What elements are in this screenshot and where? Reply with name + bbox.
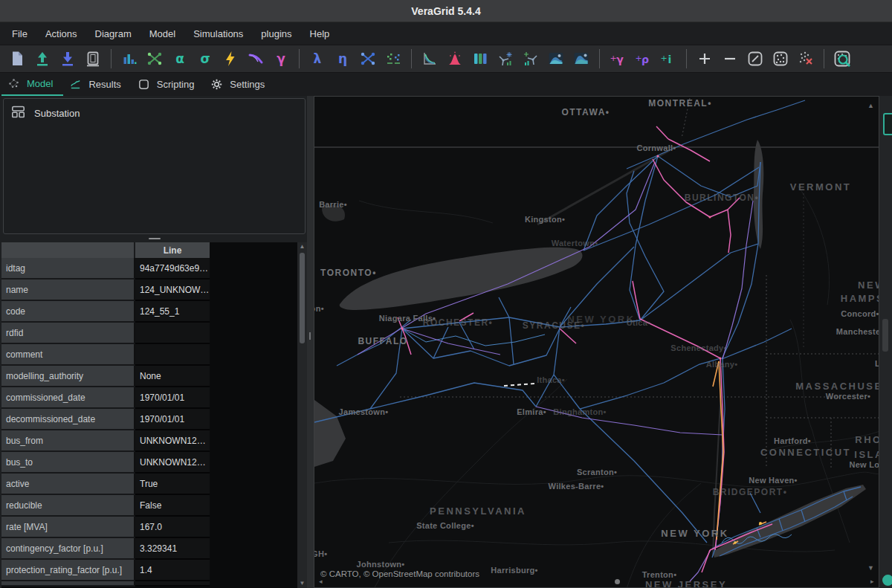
svg-text:γ: γ xyxy=(616,54,624,65)
gamma-icon[interactable]: γ xyxy=(268,48,294,70)
new-file-icon[interactable] xyxy=(4,48,30,70)
right-scroll-thumb[interactable] xyxy=(882,319,888,352)
property-table: Line idtag94a7749d63e9…name124_UNKNOW…co… xyxy=(1,242,307,588)
property-value[interactable]: None xyxy=(135,366,210,387)
menu-help[interactable]: Help xyxy=(301,25,339,42)
property-name: bus_to xyxy=(1,452,135,474)
property-row-name: name124_UNKNOW… xyxy=(1,280,211,301)
open-model-icon[interactable] xyxy=(30,48,55,70)
monitor-icon[interactable] xyxy=(80,48,106,70)
area-chart-icon[interactable] xyxy=(543,48,569,70)
sigma-icon[interactable]: σ xyxy=(193,48,218,70)
map-view[interactable]: OTTAWA•MONTREAL•Cornwall•VERMONTBURLINGT… xyxy=(314,96,879,588)
peak-chart-icon[interactable] xyxy=(442,48,468,70)
horizontal-splitter[interactable] xyxy=(1,234,307,242)
bar-chart-icon[interactable] xyxy=(117,48,142,70)
vertical-splitter[interactable] xyxy=(307,96,314,588)
property-name: bus_from xyxy=(1,430,135,452)
tab-model[interactable]: Model xyxy=(1,73,63,96)
search-grid-icon[interactable] xyxy=(830,48,855,70)
add-gamma-icon[interactable]: +γ xyxy=(605,48,630,70)
tree-item-substation[interactable]: Substation xyxy=(4,99,305,127)
tab-settings[interactable]: Settings xyxy=(204,73,275,96)
zoom-out-icon[interactable] xyxy=(717,48,743,70)
map-scroll-left-icon[interactable]: ◂ xyxy=(319,578,323,585)
property-value[interactable]: 124_55_1 xyxy=(135,301,210,323)
tab-results[interactable]: Results xyxy=(63,73,131,96)
property-value[interactable]: UNKNOWN12… xyxy=(135,430,210,452)
property-value[interactable]: 1970/01/01 xyxy=(135,387,210,409)
tree-item-label: Substation xyxy=(34,108,80,119)
map-hscroll-thumb[interactable] xyxy=(615,579,620,584)
table-scrollbar[interactable]: ▲ ▼ xyxy=(297,242,307,588)
map-scroll-right-icon[interactable]: ▸ xyxy=(870,578,874,585)
menu-simulations[interactable]: Simulations xyxy=(184,25,252,42)
save-model-icon[interactable] xyxy=(55,48,80,70)
add-rho-icon[interactable]: +ρ xyxy=(630,48,656,70)
eta-icon[interactable]: η xyxy=(330,48,355,70)
scrollbar-thumb[interactable] xyxy=(300,253,305,343)
menu-plugins[interactable]: plugins xyxy=(252,25,300,42)
property-row-modelling_authority: modelling_authorityNone xyxy=(1,366,211,387)
teal-corner-button[interactable] xyxy=(882,575,892,586)
scripting-tab-icon xyxy=(138,78,150,91)
scatter-x-blue-icon[interactable] xyxy=(355,48,381,70)
decay-chart-icon[interactable] xyxy=(417,48,442,70)
dots-scatter-icon[interactable] xyxy=(381,48,406,70)
lightning-icon[interactable] xyxy=(218,48,243,70)
menu-actions[interactable]: Actions xyxy=(36,25,86,42)
scroll-down-icon[interactable]: ▼ xyxy=(300,579,306,588)
property-value[interactable]: 1.4 xyxy=(135,560,210,581)
property-name: reducible xyxy=(1,495,135,517)
property-row-contingency_factor-p-u-: contingency_factor [p.u.]3.329341 xyxy=(1,538,211,560)
scroll-up-icon[interactable]: ▲ xyxy=(300,242,306,251)
turbine-snowflake-icon[interactable] xyxy=(493,48,518,70)
tab-scripting[interactable]: Scripting xyxy=(132,73,205,96)
svg-text:ρ: ρ xyxy=(641,54,649,65)
line-tool-icon[interactable] xyxy=(743,48,768,70)
tab-model-label: Model xyxy=(27,78,53,89)
columns-icon[interactable] xyxy=(468,48,493,70)
map-scroll-down-icon[interactable]: ▼ xyxy=(867,565,874,572)
svg-text:+: + xyxy=(660,54,667,63)
menu-model[interactable]: Model xyxy=(140,25,184,42)
svg-text:σ: σ xyxy=(200,51,210,66)
property-value[interactable]: 167.0 xyxy=(135,517,210,538)
area-chart-2-icon[interactable] xyxy=(569,48,594,70)
scatter-x-green-icon[interactable] xyxy=(142,48,167,70)
property-row-rdfid: rdfid xyxy=(1,323,211,344)
right-scroll-strip[interactable] xyxy=(879,96,892,588)
add-i-icon[interactable]: +i xyxy=(656,48,681,70)
property-value[interactable]: 1970/01/01 xyxy=(135,409,210,430)
property-row-protection_rating_factor-p-u-: protection_rating_factor [p.u.]1.4 xyxy=(1,560,211,581)
svg-text:η: η xyxy=(338,51,347,66)
svg-text:i: i xyxy=(668,54,672,65)
map-scroll-up-icon[interactable]: ▲ xyxy=(867,103,874,109)
turbine-chart-icon[interactable] xyxy=(518,48,543,70)
toolbar-separator xyxy=(824,49,824,68)
zoom-in-icon[interactable] xyxy=(692,48,717,70)
dots-square-icon[interactable] xyxy=(768,48,793,70)
property-row-reducible: reducibleFalse xyxy=(1,495,211,517)
property-row-clipped xyxy=(1,581,211,587)
svg-text:λ: λ xyxy=(314,51,322,66)
property-row-bus_from: bus_fromUNKNOWN12… xyxy=(1,430,211,452)
collapsed-panel-edge[interactable] xyxy=(883,113,892,135)
curve-icon[interactable] xyxy=(243,48,268,70)
toolbar-separator xyxy=(411,49,412,68)
property-value[interactable] xyxy=(135,344,210,366)
property-value[interactable]: 3.329341 xyxy=(135,538,210,560)
clear-dots-icon[interactable] xyxy=(793,48,818,70)
grid-map[interactable] xyxy=(314,97,879,588)
property-value[interactable]: UNKNOWN12… xyxy=(135,452,210,474)
model-side-panel: Substation Line idtag94a7749d63e9…name12… xyxy=(0,96,307,588)
lambda-icon[interactable]: λ xyxy=(305,48,330,70)
menu-file[interactable]: File xyxy=(3,25,36,42)
menu-diagram[interactable]: Diagram xyxy=(86,25,140,42)
property-value[interactable]: False xyxy=(135,495,210,517)
property-value[interactable]: 94a7749d63e9… xyxy=(135,258,210,280)
property-value[interactable]: 124_UNKNOW… xyxy=(135,280,210,301)
property-value[interactable]: True xyxy=(135,474,210,495)
alpha-icon[interactable]: α xyxy=(167,48,193,70)
property-value[interactable] xyxy=(135,323,210,344)
